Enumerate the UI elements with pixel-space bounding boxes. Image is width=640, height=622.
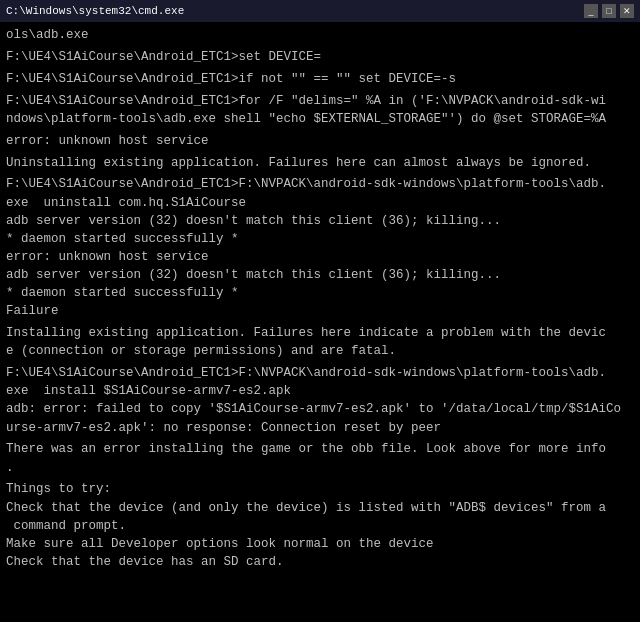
terminal-line: exe uninstall com.hq.S1AiCourse bbox=[6, 194, 634, 212]
terminal-line: ols\adb.exe bbox=[6, 26, 634, 44]
terminal-line: Check that the device has an SD card. bbox=[6, 553, 634, 571]
terminal-line: Installing existing application. Failure… bbox=[6, 324, 634, 342]
terminal-line: F:\UE4\S1AiCourse\Android_ETC1>set DEVIC… bbox=[6, 48, 634, 66]
terminal-line: error: unknown host service bbox=[6, 132, 634, 150]
terminal-line: adb server version (32) doesn't match th… bbox=[6, 266, 634, 284]
terminal-line: * daemon started successfully * bbox=[6, 284, 634, 302]
terminal-line: Make sure all Developer options look nor… bbox=[6, 535, 634, 553]
terminal-line: adb server version (32) doesn't match th… bbox=[6, 212, 634, 230]
terminal-line: F:\UE4\S1AiCourse\Android_ETC1>if not ""… bbox=[6, 70, 634, 88]
minimize-button[interactable]: _ bbox=[584, 4, 598, 18]
cmd-window: C:\Windows\system32\cmd.exe _ □ ✕ ols\ad… bbox=[0, 0, 640, 622]
terminal-line: Things to try: bbox=[6, 480, 634, 498]
terminal-line: Failure bbox=[6, 302, 634, 320]
terminal-line: F:\UE4\S1AiCourse\Android_ETC1>for /F "d… bbox=[6, 92, 634, 110]
terminal-line: urse-armv7-es2.apk': no response: Connec… bbox=[6, 419, 634, 437]
terminal-output: ols\adb.exe F:\UE4\S1AiCourse\Android_ET… bbox=[0, 22, 640, 622]
terminal-line: error: unknown host service bbox=[6, 248, 634, 266]
terminal-line: * daemon started successfully * bbox=[6, 230, 634, 248]
terminal-line: Check that the device (and only the devi… bbox=[6, 499, 634, 517]
terminal-line: . bbox=[6, 459, 634, 477]
title-bar: C:\Windows\system32\cmd.exe _ □ ✕ bbox=[0, 0, 640, 22]
terminal-line: command prompt. bbox=[6, 517, 634, 535]
terminal-line: F:\UE4\S1AiCourse\Android_ETC1>F:\NVPACK… bbox=[6, 175, 634, 193]
terminal-line: adb: error: failed to copy '$S1AiCourse-… bbox=[6, 400, 634, 418]
terminal-line: ndows\platform-tools\adb.exe shell "echo… bbox=[6, 110, 634, 128]
close-button[interactable]: ✕ bbox=[620, 4, 634, 18]
terminal-line: e (connection or storage permissions) an… bbox=[6, 342, 634, 360]
terminal-line: Uninstalling existing application. Failu… bbox=[6, 154, 634, 172]
terminal-line: F:\UE4\S1AiCourse\Android_ETC1>F:\NVPACK… bbox=[6, 364, 634, 382]
maximize-button[interactable]: □ bbox=[602, 4, 616, 18]
window-title: C:\Windows\system32\cmd.exe bbox=[6, 5, 184, 17]
terminal-line: exe install $S1AiCourse-armv7-es2.apk bbox=[6, 382, 634, 400]
window-controls: _ □ ✕ bbox=[584, 4, 634, 18]
terminal-line: There was an error installing the game o… bbox=[6, 440, 634, 458]
